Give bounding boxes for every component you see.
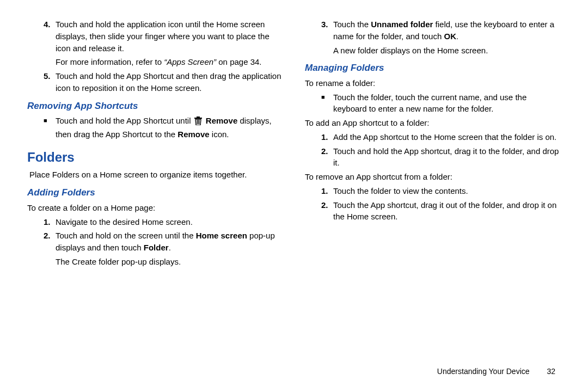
text: Touch the [333, 20, 371, 29]
add-intro: To add an App shortcut to a folder: [305, 117, 561, 129]
remove-label: Remove [206, 116, 237, 125]
heading-folders: Folders [27, 148, 283, 167]
bullet-square-icon: ■ [321, 91, 333, 115]
bullet-body: Touch and hold the App Shortcut until Re… [56, 115, 283, 140]
heading-adding-folders: Adding Folders [27, 186, 283, 200]
rename-intro: To rename a folder: [305, 77, 561, 89]
ref-title: “Apps Screen” [164, 57, 216, 66]
text: . [169, 243, 171, 252]
bullet-square-icon: ■ [44, 115, 56, 140]
folders-intro: Place Folders on a Home screen to organi… [29, 169, 283, 181]
step-number: 2. [44, 230, 56, 267]
step-number: 1. [44, 216, 56, 228]
ref-prefix: For more information, refer to [56, 57, 164, 66]
step-body: Touch the folder to view the contents. [333, 185, 561, 197]
svg-rect-0 [194, 118, 202, 119]
step-tail: The Create folder pop-up displays. [56, 256, 283, 268]
heading-removing-app-shortcuts: Removing App Shortcuts [27, 100, 283, 113]
step-5: 5. Touch and hold the App Shortcut and t… [44, 70, 283, 94]
remove-label-2: Remove [177, 130, 209, 139]
step-number: 4. [44, 19, 56, 54]
step-number: 5. [44, 70, 56, 94]
right-column: 3. Touch the Unnamed folder field, use t… [305, 16, 561, 270]
text: Touch and hold the App Shortcut until [56, 116, 193, 125]
adding-intro: To create a folder on a Home page: [27, 202, 283, 214]
svg-rect-1 [197, 117, 200, 118]
step-body: Touch and hold the App Shortcut and then… [56, 70, 283, 94]
step-body: Navigate to the desired Home screen. [56, 216, 283, 228]
step-number: 1. [321, 185, 333, 197]
step-number: 2. [321, 199, 333, 223]
remove-step-1: 1. Touch the folder to view the contents… [321, 185, 561, 197]
step-body: Touch the App shortcut, drag it out of t… [333, 199, 561, 223]
step-body: Add the App shortcut to the Home screen … [333, 131, 561, 143]
adding-step-2: 2. Touch and hold on the screen until th… [44, 230, 283, 267]
step-number: 1. [321, 131, 333, 143]
bullet-removing: ■ Touch and hold the App Shortcut until … [44, 115, 283, 140]
page-footer: Understanding Your Device 32 [437, 366, 555, 377]
ref-suffix: on page 34. [216, 57, 261, 66]
heading-managing-folders: Managing Folders [305, 62, 561, 75]
cross-reference: For more information, refer to “Apps Scr… [56, 56, 283, 68]
ok-label: OK [444, 32, 456, 41]
step-body: Touch and hold the App shortcut, drag it… [333, 145, 561, 169]
folder-label: Folder [144, 243, 169, 252]
step-3: 3. Touch the Unnamed folder field, use t… [321, 19, 561, 56]
step-body: Touch and hold the application icon unti… [56, 19, 283, 54]
footer-page-number: 32 [547, 366, 555, 377]
left-column: 4. Touch and hold the application icon u… [27, 16, 283, 270]
trash-icon [194, 117, 202, 128]
text: Touch and hold on the screen until the [56, 231, 196, 240]
text: icon. [210, 130, 229, 139]
bullet-rename: ■ Touch the folder, touch the current na… [321, 91, 561, 115]
step-number: 2. [321, 145, 333, 169]
step-tail: A new folder displays on the Home screen… [333, 45, 561, 57]
remove-intro: To remove an App shortcut from a folder: [305, 171, 561, 183]
step-4: 4. Touch and hold the application icon u… [44, 19, 283, 54]
step-number: 3. [321, 19, 333, 56]
footer-section: Understanding Your Device [437, 367, 530, 376]
adding-step-1: 1. Navigate to the desired Home screen. [44, 216, 283, 228]
step-body: Touch and hold on the screen until the H… [56, 230, 283, 267]
add-step-2: 2. Touch and hold the App shortcut, drag… [321, 145, 561, 169]
unnamed-folder-label: Unnamed folder [371, 20, 433, 29]
home-screen-label: Home screen [196, 231, 247, 240]
remove-step-2: 2. Touch the App shortcut, drag it out o… [321, 199, 561, 223]
text: . [456, 32, 458, 41]
bullet-body: Touch the folder, touch the current name… [333, 91, 561, 115]
step-body: Touch the Unnamed folder field, use the … [333, 19, 561, 56]
add-step-1: 1. Add the App shortcut to the Home scre… [321, 131, 561, 143]
